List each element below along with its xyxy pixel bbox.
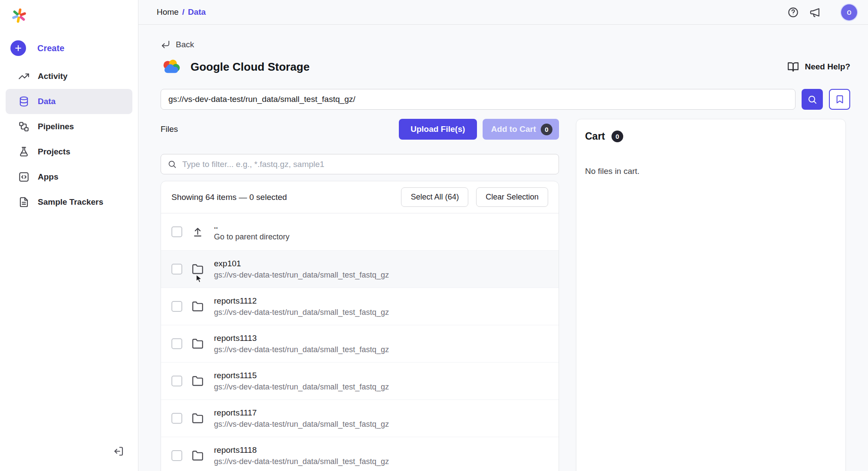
folder-icon [192, 301, 204, 312]
gcs-path-input[interactable] [161, 89, 796, 110]
file-rows: exp101 gs://vs-dev-data-test/run_data/sm… [161, 251, 559, 471]
flask-icon [18, 146, 30, 157]
row-text: reports1112 gs://vs-dev-data-test/run_da… [214, 296, 389, 317]
sidebar-item-label: Data [38, 97, 56, 106]
back-button[interactable]: Back [161, 39, 213, 49]
row-text: reports1118 gs://vs-dev-data-test/run_da… [214, 445, 389, 466]
files-toolbar: Files Upload File(s) Add to Cart 0 [161, 119, 559, 140]
book-icon [787, 61, 799, 73]
google-cloud-logo-icon [161, 58, 181, 75]
announcements-icon[interactable] [809, 7, 821, 18]
folder-name: exp101 [214, 259, 389, 268]
file-list-panel: Showing 64 items — 0 selected Select All… [161, 181, 559, 471]
row-checkbox[interactable] [171, 301, 182, 312]
app-logo-icon[interactable] [10, 7, 28, 24]
sidebar-item-data[interactable]: Data [6, 89, 132, 114]
need-help-link[interactable]: Need Help? [787, 61, 850, 73]
sidebar-nav: Activity Data [6, 64, 132, 215]
file-row[interactable]: reports1117 gs://vs-dev-data-test/run_da… [161, 400, 559, 437]
list-summary: Showing 64 items — 0 selected [171, 193, 287, 202]
breadcrumb: Home / Data [157, 7, 206, 17]
folder-path: gs://vs-dev-data-test/run_data/small_tes… [214, 420, 389, 429]
sidebar-item-apps[interactable]: Apps [6, 164, 132, 190]
parent-directory-row[interactable]: .. Go to parent directory [161, 213, 559, 251]
need-help-label: Need Help? [805, 62, 850, 72]
app-root: Create Activity Data [0, 0, 868, 471]
select-all-button[interactable]: Select All (64) [401, 187, 468, 207]
main-content: Back Google Cloud Storage [138, 25, 868, 471]
user-avatar[interactable]: o [841, 4, 857, 20]
sidebar-item-activity[interactable]: Activity [6, 64, 132, 89]
topbar: Home / Data o [138, 0, 868, 25]
filter-box [161, 154, 559, 174]
sidebar-item-pipelines[interactable]: Pipelines [6, 114, 132, 139]
row-checkbox[interactable] [171, 413, 182, 424]
row-text: reports1113 gs://vs-dev-data-test/run_da… [214, 334, 389, 354]
file-row[interactable]: reports1118 gs://vs-dev-data-test/run_da… [161, 437, 559, 471]
file-row[interactable]: reports1112 gs://vs-dev-data-test/run_da… [161, 288, 559, 325]
sidebar-item-label: Sample Trackers [38, 197, 103, 207]
row-text: reports1115 gs://vs-dev-data-test/run_da… [214, 371, 389, 392]
activity-icon [18, 71, 30, 82]
cart-empty-message: No files in cart. [585, 167, 837, 176]
document-icon [18, 196, 30, 208]
cart-title: Cart [585, 131, 605, 142]
code-icon [18, 171, 30, 183]
file-list-header: Showing 64 items — 0 selected Select All… [161, 181, 559, 213]
search-button[interactable] [802, 89, 823, 110]
help-icon[interactable] [787, 7, 799, 18]
row-checkbox[interactable] [171, 450, 182, 461]
folder-icon [192, 412, 204, 424]
file-browser: Files Upload File(s) Add to Cart 0 [161, 119, 559, 471]
create-button[interactable]: Create [10, 40, 64, 56]
folder-name: reports1115 [214, 371, 389, 380]
breadcrumb-current[interactable]: Data [188, 7, 206, 17]
sidebar-item-label: Pipelines [38, 122, 74, 131]
row-text: reports1117 gs://vs-dev-data-test/run_da… [214, 408, 389, 429]
folder-icon [192, 375, 204, 387]
file-row[interactable]: exp101 gs://vs-dev-data-test/run_data/sm… [161, 251, 559, 288]
search-icon [168, 160, 177, 169]
sidebar-item-label: Activity [38, 72, 68, 81]
sidebar-item-label: Projects [38, 147, 70, 157]
bookmark-button[interactable] [829, 89, 850, 110]
file-row[interactable]: reports1113 gs://vs-dev-data-test/run_da… [161, 325, 559, 363]
row-checkbox[interactable] [171, 376, 182, 386]
topbar-actions: o [787, 4, 857, 20]
path-row [161, 89, 850, 110]
sidebar-item-sample-trackers[interactable]: Sample Trackers [6, 190, 132, 215]
database-icon [18, 96, 30, 107]
list-actions: Select All (64) Clear Selection [401, 187, 548, 207]
folder-name: reports1113 [214, 334, 389, 343]
clear-selection-button[interactable]: Clear Selection [476, 187, 548, 207]
sidebar: Create Activity Data [0, 0, 138, 471]
sidebar-item-label: Apps [38, 172, 59, 182]
folder-icon [192, 338, 204, 350]
add-to-cart-button[interactable]: Add to Cart 0 [483, 119, 559, 140]
folder-path: gs://vs-dev-data-test/run_data/small_tes… [214, 271, 389, 280]
filter-input[interactable] [181, 159, 552, 170]
folder-path: gs://vs-dev-data-test/run_data/small_tes… [214, 383, 389, 392]
folder-icon [192, 450, 204, 461]
back-label: Back [176, 40, 194, 49]
row-checkbox[interactable] [171, 226, 182, 237]
page-title: Google Cloud Storage [191, 60, 309, 74]
plus-icon [10, 40, 26, 56]
workflow-icon [18, 121, 30, 132]
up-directory-icon [192, 226, 204, 238]
folder-path: gs://vs-dev-data-test/run_data/small_tes… [214, 345, 389, 354]
create-label: Create [37, 43, 64, 53]
row-checkbox[interactable] [171, 264, 182, 275]
folder-name: reports1112 [214, 296, 389, 306]
logout-icon[interactable] [112, 445, 124, 457]
file-row[interactable]: reports1115 gs://vs-dev-data-test/run_da… [161, 363, 559, 400]
row-checkbox[interactable] [171, 338, 182, 349]
cart-count-badge: 0 [612, 131, 623, 142]
cart-header: Cart 0 [585, 131, 837, 142]
breadcrumb-home[interactable]: Home [157, 7, 179, 17]
folder-path: gs://vs-dev-data-test/run_data/small_tes… [214, 308, 389, 317]
folder-name: reports1118 [214, 445, 389, 455]
folder-name: reports1117 [214, 408, 389, 418]
upload-files-button[interactable]: Upload File(s) [399, 119, 477, 140]
sidebar-item-projects[interactable]: Projects [6, 139, 132, 164]
